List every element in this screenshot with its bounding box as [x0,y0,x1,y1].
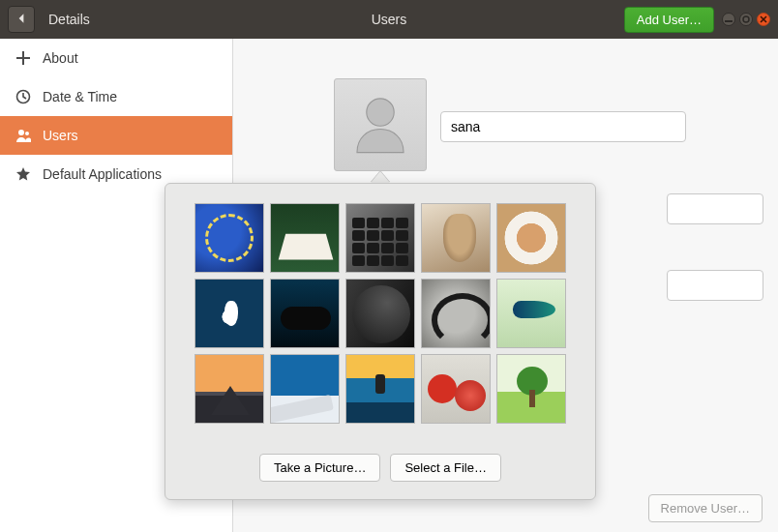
popover-pointer [371,171,390,183]
maximize-icon [742,15,750,23]
person-icon [346,89,414,161]
window-controls [722,13,770,26]
avatar-option-bicycle[interactable] [194,203,264,273]
sidebar-item-about[interactable]: About [0,39,232,77]
field-partial-1[interactable] [667,193,763,224]
close-button[interactable] [757,13,770,26]
svg-point-4 [25,132,29,135]
sidebar-item-label: Users [43,128,78,143]
sidebar-item-date-time[interactable]: Date & Time [0,77,232,116]
avatar-option-guitar[interactable] [345,279,415,348]
avatar-thumbnail-grid [194,203,566,424]
sidebar-item-label: Date & Time [43,89,117,104]
main-content: Take a Picture… Select a File… Remove Us… [233,39,778,532]
avatar-option-flower[interactable] [194,279,264,348]
svg-point-1 [743,16,749,22]
avatar-option-plane-wing[interactable] [270,354,340,424]
avatar-option-surfer[interactable] [345,354,415,424]
avatar-option-tree[interactable] [496,354,566,424]
svg-point-5 [367,99,394,126]
take-picture-button[interactable]: Take a Picture… [259,454,380,482]
avatar-option-controller[interactable] [270,279,340,348]
sidebar-item-label: Default Applications [43,166,162,182]
svg-point-3 [18,130,24,135]
select-file-button[interactable]: Select a File… [390,454,501,482]
page-title: Users [372,12,407,27]
sidebar-item-label: About [43,50,78,66]
avatar-option-cat[interactable] [421,203,491,273]
avatar-option-tomatoes[interactable] [421,354,491,424]
minimize-button[interactable] [722,13,735,26]
chevron-left-icon [15,11,27,28]
minimize-icon [725,15,733,23]
titlebar: Details Users Add User… [0,0,778,39]
avatar-option-mountain-sunset[interactable] [194,354,264,424]
star-icon [15,166,31,182]
svg-rect-0 [725,20,733,22]
add-user-button[interactable]: Add User… [624,7,714,33]
header-section-label: Details [48,12,90,27]
close-icon [760,15,767,23]
avatar-option-calculator[interactable] [345,203,415,273]
back-button[interactable] [8,6,35,33]
field-partial-2[interactable] [667,270,763,301]
remove-user-button: Remove User… [648,494,763,522]
avatar-picker-popover: Take a Picture… Select a File… [165,183,596,500]
avatar-option-coffee[interactable] [496,203,566,273]
avatar[interactable] [334,78,427,171]
maximize-button[interactable] [739,13,753,26]
avatar-option-hummingbird[interactable] [496,279,566,348]
users-icon [15,128,31,143]
clock-icon [15,89,31,104]
username-input[interactable] [440,111,686,142]
avatar-option-headphones[interactable] [421,279,491,348]
avatar-option-book[interactable] [270,203,340,273]
plus-icon [15,50,31,66]
sidebar-item-users[interactable]: Users [0,116,232,155]
